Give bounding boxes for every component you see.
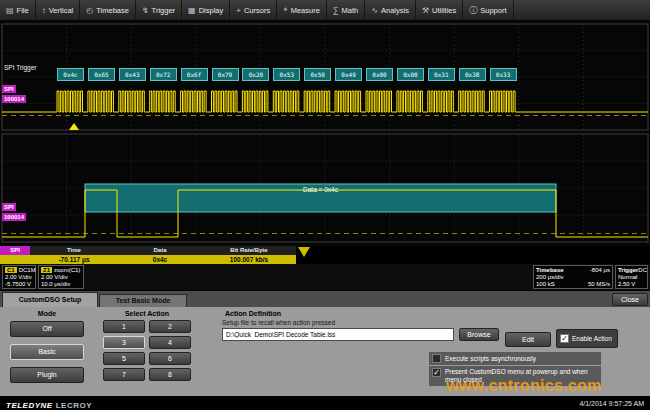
- spi-decoded-byte: 0x43: [119, 68, 146, 81]
- c1-chip: C1: [5, 267, 17, 273]
- menu-display-label: Display: [199, 6, 224, 15]
- descriptor-row: C1DC1M 2.00 V/div -5.7500 V Z1zoom(C1) 2…: [0, 264, 650, 290]
- measure-icon: ⌖: [283, 5, 288, 15]
- analysis-icon: ∿: [371, 6, 378, 15]
- spi-decoded-byte: 0x33: [490, 68, 517, 81]
- action-button-2[interactable]: 2: [149, 320, 191, 333]
- oscilloscope-screen: ▤File ↕Vertical ◴Timebase ↯Trigger ▦Disp…: [0, 0, 650, 410]
- spi-decoded-byte: 0x20: [242, 68, 269, 81]
- z1-chip: Z1: [41, 267, 52, 273]
- decode-table-header: SPI Time Data Bit Rate/Byte: [0, 246, 296, 255]
- timebase-rate: 50 MS/s: [588, 281, 610, 288]
- execute-scripts-checkbox[interactable]: [432, 354, 441, 363]
- trigger-descriptor[interactable]: TriggerDC Normal 2.50 V: [615, 265, 648, 289]
- setup-file-input[interactable]: [222, 328, 454, 341]
- clock-datetime: 4/1/2014 9:57:25 AM: [579, 400, 644, 407]
- menu-file[interactable]: ▤File: [0, 0, 36, 20]
- spi-trigger-label: SPI Trigger: [4, 64, 37, 71]
- spi-channel-chip[interactable]: SPI: [2, 85, 16, 93]
- spi-decoded-byte: 0x00: [366, 68, 393, 81]
- menu-math-label: Math: [342, 6, 359, 15]
- close-button[interactable]: Close: [612, 293, 648, 306]
- action-button-4[interactable]: 4: [149, 336, 191, 349]
- action-button-7[interactable]: 7: [103, 368, 145, 381]
- c1-coupling: DC1M: [19, 267, 36, 273]
- support-icon: ⓘ: [469, 5, 477, 16]
- watermark-text: www.cntronics.com: [446, 377, 602, 395]
- brand-logo: TELEDYNELECROY: [6, 394, 92, 410]
- tab-test-basic-mode[interactable]: Test Basic Mode: [99, 294, 187, 308]
- execute-scripts-label: Execute scripts asynchronously: [445, 355, 536, 363]
- menu-measure[interactable]: ⌖Measure: [277, 0, 327, 20]
- action-button-1[interactable]: 1: [103, 320, 145, 333]
- spi-decoded-byte: 0x49: [335, 68, 362, 81]
- decode-value-bitrate: 100.007 kb/s: [202, 255, 296, 264]
- menu-bar: ▤File ↕Vertical ◴Timebase ↯Trigger ▦Disp…: [0, 0, 650, 21]
- c1-vdiv: 2.00 V/div: [5, 274, 33, 281]
- mode-off-button[interactable]: Off: [10, 321, 84, 337]
- enable-action-toggle[interactable]: Enable Action: [556, 329, 618, 348]
- action-button-6[interactable]: 6: [149, 352, 191, 365]
- menu-analysis[interactable]: ∿Analysis: [365, 0, 416, 20]
- action-button-5[interactable]: 5: [103, 352, 145, 365]
- execute-scripts-row[interactable]: Execute scripts asynchronously: [429, 352, 601, 365]
- zoom-z1-descriptor[interactable]: Z1zoom(C1) 2.00 V/div 10.0 μs/div: [38, 265, 84, 289]
- setup-file-label: Setup file to recall when action pressed: [222, 319, 335, 326]
- spi-decoded-byte: 0x72: [150, 68, 177, 81]
- menu-vertical-label: Vertical: [49, 6, 74, 15]
- decode-table-row[interactable]: -70.117 μs 0x4c 100.007 kb/s: [0, 255, 296, 264]
- mode-plugin-button[interactable]: Plugin: [10, 367, 84, 383]
- spi-zoom-chip-id: 100014: [2, 213, 26, 221]
- timebase-label: Timebase: [536, 267, 564, 274]
- spi-decoded-byte: 0x53: [273, 68, 300, 81]
- spi-decoded-byte: 0x79: [212, 68, 239, 81]
- menu-timebase[interactable]: ◴Timebase: [80, 0, 136, 20]
- edit-button[interactable]: Edit: [505, 332, 551, 347]
- vertical-icon: ↕: [42, 6, 46, 15]
- timebase-samples: 100 kS: [536, 281, 555, 288]
- menu-support[interactable]: ⓘSupport: [463, 0, 513, 20]
- decode-header-time: Time: [30, 246, 118, 255]
- action-button-8[interactable]: 8: [149, 368, 191, 381]
- menu-cursors[interactable]: +Cursors: [230, 0, 277, 20]
- spi-zoom-chip[interactable]: SPI: [2, 203, 16, 211]
- menu-support-label: Support: [480, 6, 506, 15]
- menu-vertical[interactable]: ↕Vertical: [36, 0, 81, 20]
- enable-action-checkbox[interactable]: [560, 334, 569, 343]
- decode-protocol-badge: SPI: [0, 246, 30, 255]
- utilities-icon: ⚒: [422, 6, 429, 15]
- trigger-icon: ↯: [142, 6, 149, 15]
- menu-display[interactable]: ▦Display: [182, 0, 230, 20]
- timebase-icon: ◴: [86, 6, 93, 15]
- waveform-area[interactable]: SPI Trigger 0x4c0x650x430x720x6f0x790x20…: [0, 20, 650, 246]
- timebase-descriptor[interactable]: Timebase-804 μs 200 μs/div 100 kS50 MS/s: [533, 265, 613, 289]
- zoom-byte-annotation: Data = 0x4c: [85, 186, 556, 193]
- channel-c1-descriptor[interactable]: C1DC1M 2.00 V/div -5.7500 V: [2, 265, 36, 289]
- trigger-level: 2.50 V: [618, 281, 645, 288]
- menu-file-label: File: [17, 6, 29, 15]
- spi-decoded-byte: 0x6f: [181, 68, 208, 81]
- menu-trigger[interactable]: ↯Trigger: [136, 0, 182, 20]
- decode-header-data: Data: [118, 246, 202, 255]
- tab-customdso-setup[interactable]: CustomDSO Setup: [2, 292, 98, 308]
- decode-value-time: -70.117 μs: [30, 255, 118, 264]
- action-button-3[interactable]: 3: [103, 336, 145, 349]
- trigger-position-marker[interactable]: [69, 123, 79, 130]
- spi-decoded-byte: 0x00: [397, 68, 424, 81]
- menu-analysis-label: Analysis: [381, 6, 409, 15]
- brand-teledyne: TELEDYNE: [6, 401, 53, 410]
- decode-value-data: 0x4c: [118, 255, 202, 264]
- spi-decoded-byte: 0x31: [428, 68, 455, 81]
- mode-basic-button[interactable]: Basic: [10, 344, 84, 360]
- browse-button[interactable]: Browse: [459, 328, 499, 341]
- trigger-coupling: DC: [638, 267, 647, 274]
- trigger-mode: Normal: [618, 274, 645, 281]
- dialog-tab-strip: CustomDSO Setup Test Basic Mode Close: [0, 290, 650, 308]
- menu-math[interactable]: ∑Math: [327, 0, 365, 20]
- menu-measure-label: Measure: [291, 6, 320, 15]
- menu-utilities-label: Utilities: [432, 6, 456, 15]
- present-menu-checkbox[interactable]: [432, 368, 441, 377]
- timebase-offset: -804 μs: [590, 267, 610, 274]
- z1-vdiv: 2.00 V/div: [41, 274, 81, 281]
- menu-utilities[interactable]: ⚒Utilities: [416, 0, 463, 20]
